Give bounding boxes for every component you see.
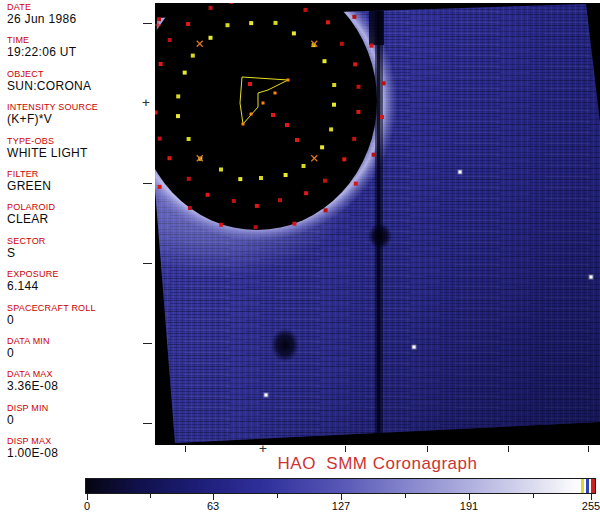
metadata-field-disp-min: DISP MIN0 bbox=[7, 403, 155, 436]
calibration-dot-red-limb-ring bbox=[380, 115, 384, 119]
axis-tick-bottom bbox=[185, 446, 186, 452]
calibration-dot-yellow-inner-ring bbox=[302, 164, 306, 168]
axis-plus-left: + bbox=[142, 98, 150, 108]
metadata-field-filter: FILTERGREEN bbox=[7, 169, 155, 202]
calibration-dot-red-limb-ring bbox=[370, 44, 374, 48]
calibration-dot-yellow-inner-ring bbox=[209, 36, 213, 40]
field-label: SECTOR bbox=[7, 236, 155, 247]
calibration-dot-red-outer-ring bbox=[278, 198, 282, 202]
calibration-dot-red-outer-ring bbox=[304, 8, 308, 12]
field-value: S bbox=[7, 247, 155, 260]
calibration-dot-red-outer-ring bbox=[255, 204, 259, 208]
calibration-dot-yellow-inner-ring bbox=[191, 54, 195, 58]
axis-tick-left bbox=[143, 263, 152, 264]
dust-blob bbox=[271, 328, 299, 362]
calibration-dot-yellow-inner-ring bbox=[292, 31, 296, 35]
metadata-field-spacecraft-roll: SPACECRAFT ROLL0 bbox=[7, 303, 155, 336]
field-label: SPACECRAFT ROLL bbox=[7, 303, 155, 314]
colorbar-tick-label: 0 bbox=[72, 500, 102, 512]
star-point bbox=[459, 171, 462, 174]
axis-tick-left bbox=[143, 343, 152, 344]
calibration-dot-red-outer-ring bbox=[168, 156, 172, 160]
calibration-dot-yellow-inner-ring bbox=[320, 145, 324, 149]
field-value: (K+F)*V bbox=[7, 113, 155, 126]
calibration-dot-red-outer-ring bbox=[356, 110, 360, 114]
calibration-dot-red-outer-ring bbox=[155, 111, 158, 115]
calibration-dot-yellow-inner-ring bbox=[259, 176, 263, 180]
metadata-field-disp-max: DISP MAX1.00E-08 bbox=[7, 436, 155, 469]
colorbar-tick-label: 127 bbox=[326, 500, 356, 512]
calibration-dot-red-outer-ring bbox=[342, 157, 346, 161]
calibration-dot-yellow-inner-ring bbox=[176, 114, 180, 118]
axis-plus-bottom: + bbox=[259, 444, 267, 454]
colorbar-tick-label: 255 bbox=[576, 500, 600, 512]
calibration-dot-red-limb-ring bbox=[324, 208, 328, 212]
calibration-dot-yellow-inner-ring bbox=[187, 137, 191, 141]
calibration-dot bbox=[271, 113, 275, 117]
metadata-field-sector: SECTORS bbox=[7, 236, 155, 269]
coronagraph-canvas bbox=[155, 3, 600, 445]
roi-vertex-dot bbox=[250, 113, 253, 116]
axis-tick-left bbox=[143, 423, 152, 424]
metadata-field-polaroid: POLAROIDCLEAR bbox=[7, 202, 155, 235]
calibration-dot-red-outer-ring bbox=[168, 38, 172, 42]
roi-vertex-dot bbox=[262, 102, 265, 105]
calibration-dot-yellow-inner-ring bbox=[323, 59, 327, 63]
field-value: 6.144 bbox=[7, 280, 155, 293]
calibration-dot-red-limb-ring bbox=[354, 182, 358, 186]
calibration-dot-yellow-inner-ring bbox=[274, 21, 278, 25]
calibration-dot-red-outer-ring bbox=[304, 191, 308, 195]
calibration-dot-red-outer-ring bbox=[206, 193, 210, 197]
calibration-dot-red-outer-ring bbox=[353, 62, 357, 66]
blue-stripe bbox=[586, 479, 589, 493]
axis-tick-bottom bbox=[508, 446, 509, 452]
field-value: CLEAR bbox=[7, 213, 155, 226]
star-point bbox=[590, 276, 593, 279]
calibration-dot-red-limb-ring bbox=[188, 206, 192, 210]
metadata-field-intensity-source: INTENSITY SOURCE(K+F)*V bbox=[7, 102, 155, 135]
metadata-field-data-max: DATA MAX3.36E-08 bbox=[7, 369, 155, 402]
axis-tick-bottom bbox=[345, 446, 346, 452]
metadata-sidebar: DATE26 Jun 1986TIME19:22:06 UTOBJECTSUN:… bbox=[0, 0, 155, 512]
calibration-dot-red-outer-ring bbox=[158, 137, 162, 141]
calibration-dot-red-outer-ring bbox=[209, 6, 213, 10]
coronagraph-image[interactable] bbox=[155, 3, 600, 445]
field-value: 1.00E-08 bbox=[7, 447, 155, 460]
axis-tick-left bbox=[143, 23, 152, 24]
calibration-dot-red-outer-ring bbox=[326, 20, 330, 24]
calibration-dot-red-limb-ring bbox=[382, 81, 386, 85]
calibration-dot-yellow-inner-ring bbox=[226, 23, 230, 27]
field-value: GREEN bbox=[7, 180, 155, 193]
calibration-dot-yellow-inner-ring bbox=[249, 21, 253, 25]
metadata-field-exposure: EXPOSURE6.144 bbox=[7, 269, 155, 302]
dust-blob bbox=[368, 223, 392, 249]
yellow-stripe bbox=[581, 479, 584, 493]
colorbar bbox=[85, 478, 596, 494]
calibration-dot-red-limb-ring bbox=[352, 15, 356, 19]
field-label: DISP MIN bbox=[7, 403, 155, 414]
field-value: 19:22:06 UT bbox=[7, 46, 155, 59]
colorbar-tick-label: 63 bbox=[198, 500, 228, 512]
roi-vertex-dot bbox=[274, 92, 277, 95]
calibration-dot-red-outer-ring bbox=[357, 85, 361, 89]
field-value: 0 bbox=[7, 314, 155, 327]
colorbar-minor-tick bbox=[533, 494, 534, 498]
colorbar-minor-tick bbox=[405, 494, 406, 498]
colorbar-minor-tick bbox=[150, 494, 151, 498]
colorbar-minor-tick bbox=[277, 494, 278, 498]
axis-tick-bottom bbox=[588, 446, 589, 452]
calibration-dot-red-limb-ring bbox=[157, 17, 161, 21]
axis-tick-left bbox=[143, 183, 152, 184]
smm-coronagraph-viewer: DATE26 Jun 1986TIME19:22:06 UTOBJECTSUN:… bbox=[0, 0, 600, 512]
calibration-dot-red-outer-ring bbox=[159, 62, 163, 66]
star-point bbox=[265, 394, 268, 397]
metadata-field-type-obs: TYPE-OBSWHITE LIGHT bbox=[7, 136, 155, 169]
field-label: TYPE-OBS bbox=[7, 136, 155, 147]
calibration-dot bbox=[285, 123, 289, 127]
field-value: WHITE LIGHT bbox=[7, 147, 155, 160]
calibration-dot-red-outer-ring bbox=[186, 22, 190, 26]
metadata-field-date: DATE26 Jun 1986 bbox=[7, 2, 155, 35]
calibration-dot-yellow-inner-ring bbox=[176, 94, 180, 98]
calibration-dot-red-limb-ring bbox=[158, 185, 162, 189]
calibration-dot-red-outer-ring bbox=[229, 3, 233, 4]
